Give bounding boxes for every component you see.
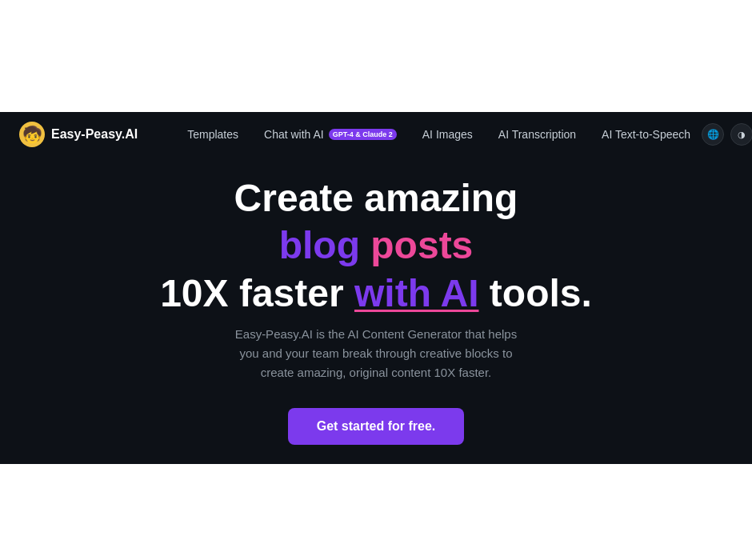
nav-templates-label: Templates (187, 128, 238, 141)
brand-name: Easy-Peasy.AI (51, 127, 138, 142)
theme-icon-button[interactable]: ◑ (730, 123, 752, 146)
nav-images[interactable]: AI Images (411, 122, 484, 147)
nav-templates[interactable]: Templates (176, 122, 250, 147)
hero-line3-underline: with AI (354, 272, 479, 314)
logo-icon: 🧒 (19, 122, 45, 147)
hero-line2-pink: posts (370, 224, 473, 266)
nav-right: 🌐 ◑ Login Sign up for free (702, 122, 752, 147)
globe-icon: 🌐 (707, 129, 719, 140)
bottom-white-space (0, 464, 752, 560)
cta-button[interactable]: Get started for free. (288, 408, 464, 445)
hero-title: Create amazing blog posts 10X faster wit… (160, 176, 592, 315)
nav-links: Templates Chat with AI GPT-4 & Claude 2 … (176, 122, 702, 147)
hero-subtitle: Easy-Peasy.AI is the AI Content Generato… (224, 325, 528, 382)
nav-tts[interactable]: AI Text-to-Speech (590, 122, 702, 147)
theme-icon: ◑ (738, 130, 746, 140)
hero-line2: blog posts (160, 223, 592, 267)
logo[interactable]: 🧒 Easy-Peasy.AI (19, 122, 138, 147)
logo-emoji: 🧒 (22, 126, 42, 142)
nav-images-label: AI Images (422, 128, 473, 141)
hero-line3-post: tools. (479, 272, 592, 314)
hero-line2-purple: blog (279, 224, 360, 266)
hero-line3-pre: 10X faster (160, 272, 354, 314)
hero-line3: 10X faster with AI tools. (160, 271, 592, 315)
top-white-space (0, 0, 752, 112)
navbar: 🧒 Easy-Peasy.AI Templates Chat with AI G… (0, 112, 752, 157)
globe-icon-button[interactable]: 🌐 (702, 123, 724, 146)
nav-tts-label: AI Text-to-Speech (602, 128, 690, 141)
nav-chat[interactable]: Chat with AI GPT-4 & Claude 2 (253, 122, 408, 147)
chat-badge: GPT-4 & Claude 2 (329, 129, 397, 140)
nav-transcription-label: AI Transcription (498, 128, 576, 141)
nav-chat-label: Chat with AI (264, 128, 324, 141)
hero-line1: Create amazing (160, 176, 592, 220)
hero-section: Create amazing blog posts 10X faster wit… (0, 157, 752, 464)
nav-transcription[interactable]: AI Transcription (487, 122, 587, 147)
